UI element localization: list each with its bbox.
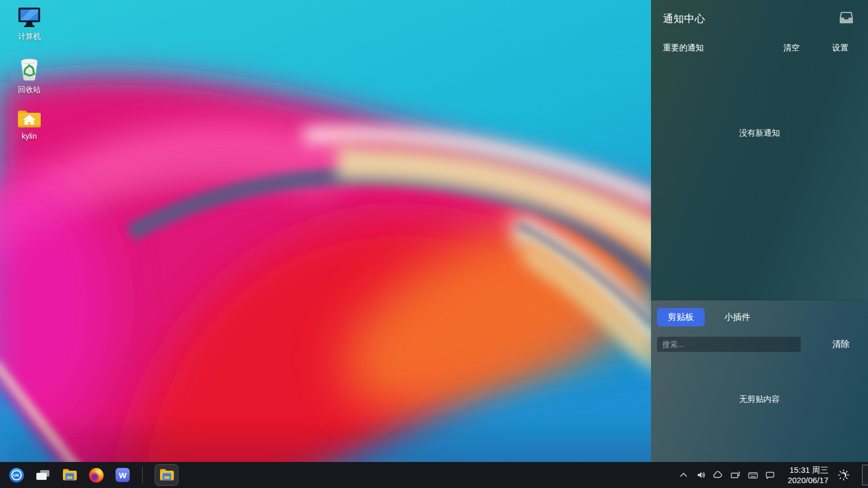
notification-center-panel: 通知中心 重要的通知 清空 设置 没有新通知 剪贴板 xyxy=(651,0,868,462)
taskbar: UK W xyxy=(0,462,868,488)
cloud-icon[interactable] xyxy=(713,470,724,480)
wps-icon: W xyxy=(116,468,130,482)
panel-title: 通知中心 xyxy=(663,12,705,26)
folder-icon xyxy=(159,468,174,483)
active-task-file-manager[interactable] xyxy=(155,464,178,486)
computer-monitor-icon xyxy=(17,7,41,28)
clipboard-tabs: 剪贴板 小插件 xyxy=(657,308,868,326)
important-notifications-label: 重要的通知 xyxy=(663,43,704,53)
clock-time: 15:31 周三 xyxy=(788,465,828,475)
clock[interactable]: 15:31 周三 2020/06/17 xyxy=(788,465,828,485)
task-view-button[interactable] xyxy=(35,467,50,483)
recycle-bin-icon xyxy=(18,56,41,81)
keyboard-icon[interactable] xyxy=(748,470,758,480)
notification-section: 通知中心 重要的通知 清空 设置 没有新通知 xyxy=(651,0,868,300)
file-manager-button[interactable] xyxy=(62,467,77,483)
uk-logo-icon: UK xyxy=(9,468,24,483)
clipboard-search-input[interactable] xyxy=(657,337,801,352)
cast-display-icon[interactable] xyxy=(730,470,741,480)
inbox-tray-icon[interactable] xyxy=(839,11,854,27)
desktop-screen: 计算机 xyxy=(0,0,868,488)
task-view-icon xyxy=(36,470,49,480)
clear-notifications-button[interactable]: 清空 xyxy=(783,43,800,53)
volume-icon[interactable] xyxy=(695,470,706,480)
clipboard-section: 剪贴板 小插件 清除 无剪贴内容 xyxy=(651,300,868,462)
tab-clipboard[interactable]: 剪贴板 xyxy=(657,308,705,326)
sun-moon-icon[interactable] xyxy=(837,468,850,481)
desktop-icon-label: 回收站 xyxy=(18,85,41,95)
clock-date: 2020/06/17 xyxy=(788,475,828,485)
firefox-button[interactable] xyxy=(88,467,104,483)
no-notifications-text: 没有新通知 xyxy=(651,128,868,138)
clear-clipboard-button[interactable]: 清除 xyxy=(832,339,850,350)
desktop-icon-label: kylin xyxy=(22,132,37,140)
tab-widgets[interactable]: 小插件 xyxy=(713,308,761,326)
desktop-icon-recycle-bin[interactable]: 回收站 xyxy=(8,56,51,95)
wps-office-button[interactable]: W xyxy=(115,467,130,483)
home-folder-icon xyxy=(17,108,42,128)
desktop-icon-label: 计算机 xyxy=(18,32,41,42)
show-desktop-button[interactable] xyxy=(862,465,868,485)
folder-icon xyxy=(62,468,77,483)
taskbar-divider xyxy=(142,467,143,483)
firefox-icon xyxy=(89,468,104,483)
desktop-icon-kylin-home[interactable]: kylin xyxy=(8,108,51,140)
notification-settings-button[interactable]: 设置 xyxy=(832,43,848,53)
desktop-icon-computer[interactable]: 计算机 xyxy=(8,7,51,42)
no-clipboard-text: 无剪贴内容 xyxy=(651,394,868,404)
tray-expand-chevron-icon[interactable] xyxy=(678,470,689,480)
start-menu-button[interactable]: UK xyxy=(9,467,24,483)
message-icon[interactable] xyxy=(765,470,776,480)
